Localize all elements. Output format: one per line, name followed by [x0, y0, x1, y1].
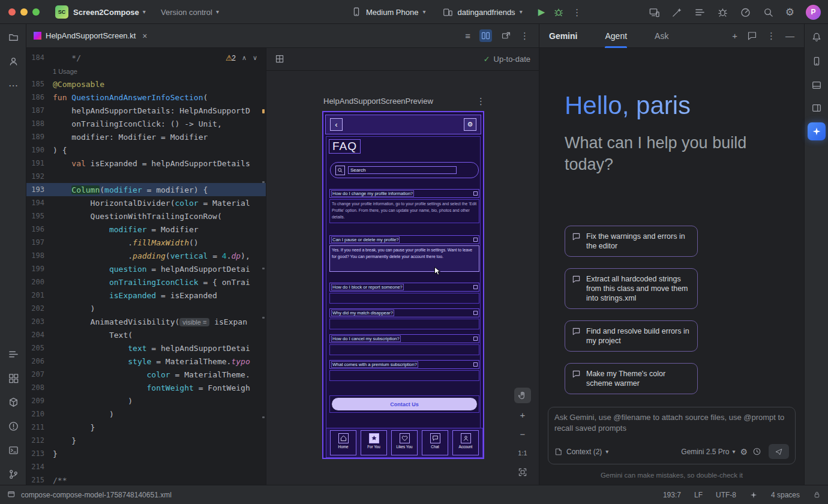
settings-icon[interactable]: ⚙ — [785, 7, 794, 17]
faq-question-row[interactable]: What comes with a premium subscription? — [329, 360, 479, 369]
tab-ask[interactable]: Ask — [655, 24, 668, 48]
layout-right-icon[interactable] — [811, 102, 823, 114]
code-line[interactable]: 195 QuestionWithTrailingIconRow( — [26, 209, 266, 223]
project-folder-icon[interactable] — [7, 31, 19, 43]
hide-panel-icon[interactable]: — — [785, 31, 794, 40]
search-bar[interactable]: Search — [330, 162, 479, 178]
version-control-icon[interactable] — [7, 468, 19, 480]
split-editor-icon[interactable] — [479, 29, 492, 42]
gemini-suggestion-card[interactable]: Extract all hardcoded strings from this … — [565, 268, 698, 309]
code-editor[interactable]: 184 */1 Usage185@Composable186fun Questi… — [26, 48, 266, 485]
editor-options-icon[interactable]: ⋮ — [520, 31, 529, 40]
gemini-suggestion-card[interactable]: Fix the warnings and errors in the edito… — [565, 226, 698, 257]
pan-tool-icon[interactable] — [514, 388, 531, 403]
code-line[interactable]: 212 } — [26, 434, 266, 447]
layout-bottom-icon[interactable] — [811, 79, 823, 91]
close-window-button[interactable] — [8, 8, 16, 16]
inspections-widget[interactable]: ⚠ 2 ∧ ∨ — [223, 52, 260, 64]
zoom-in-icon[interactable]: + — [514, 407, 531, 422]
warning-mark[interactable] — [262, 109, 265, 113]
caret-position[interactable]: 193:7 — [663, 491, 681, 499]
faq-expand-icon[interactable] — [473, 311, 478, 315]
zoom-out-icon[interactable]: − — [514, 426, 531, 442]
nav-item-chat[interactable]: Chat — [422, 430, 448, 455]
faq-expand-icon[interactable] — [473, 362, 478, 367]
gemini-suggestion-card[interactable]: Find and resolve build errors in my proj… — [565, 320, 698, 352]
code-line[interactable]: 196 modifier = Modifier — [26, 223, 266, 236]
code-line[interactable]: 201 isExpanded = isExpanded — [26, 289, 266, 302]
code-line[interactable]: 191 val isExpanded = helpAndSupportDetai… — [26, 157, 266, 170]
context-selector[interactable]: Context (2) ▾ — [554, 448, 608, 456]
faq-expand-icon[interactable] — [473, 285, 478, 289]
model-selector[interactable]: Gemini 2.5 Pro ▾ — [681, 448, 735, 456]
editor-scroll-marks[interactable] — [262, 48, 265, 485]
tab-agent[interactable]: Agent — [605, 24, 627, 48]
list-icon[interactable] — [694, 7, 706, 18]
gemini-tool-button[interactable] — [808, 122, 826, 140]
file-encoding[interactable]: UTF-8 — [716, 491, 736, 499]
code-line[interactable]: 194 HorizontalDivider(color = Material — [26, 196, 266, 209]
next-warning-icon[interactable]: ∨ — [253, 54, 257, 62]
code-line[interactable]: 207 color = MaterialTheme. — [26, 368, 266, 381]
debug-button[interactable] — [553, 7, 564, 17]
code-line[interactable]: 211 } — [26, 421, 266, 434]
logcat-icon[interactable] — [7, 348, 19, 360]
search-icon[interactable] — [763, 7, 774, 18]
faq-question-row[interactable]: How do I cancel my subscription? — [329, 334, 479, 343]
terminal-icon[interactable] — [7, 444, 19, 456]
faq-expand-icon[interactable] — [473, 238, 478, 242]
code-line[interactable]: 202 ) — [26, 302, 266, 315]
faq-question-row[interactable]: How do I block or report someone? — [329, 283, 479, 292]
code-line[interactable]: 197 .fillMaxWidth() — [26, 236, 266, 249]
more-tool-windows-icon[interactable]: ⋯ — [7, 79, 19, 91]
preview-name-label[interactable]: HelpAndSupportScreenPreview — [323, 97, 433, 106]
code-line[interactable]: 209 ) — [26, 394, 266, 407]
resource-manager-icon[interactable] — [7, 372, 19, 384]
code-line[interactable]: 200 onTrailingIconClick = { onTrai — [26, 275, 266, 289]
back-button[interactable]: ‹ — [330, 118, 343, 131]
more-actions-menu[interactable]: ⋮ — [572, 8, 581, 17]
insights-bug-icon[interactable] — [717, 7, 728, 18]
code-line[interactable]: 198 .padding(vertical = 4.dp), — [26, 249, 266, 262]
zoom-actual-size-button[interactable]: 1:1 — [514, 445, 531, 461]
project-selector[interactable]: Screen2Compose ▾ — [73, 0, 146, 24]
code-line[interactable]: 186fun QuestionAndAnswerInfoSection( — [26, 91, 266, 104]
problems-icon[interactable] — [7, 420, 19, 432]
history-icon[interactable] — [752, 447, 761, 456]
preview-phone-frame[interactable]: ‹ ⚙ FAQ Search How do I change my profil… — [322, 111, 484, 459]
usages-inlay-hint[interactable]: 1 Usage — [53, 68, 77, 75]
run-configuration-selector[interactable]: datingandfriends ▾ — [442, 7, 522, 17]
avatar[interactable]: P — [806, 5, 821, 20]
ai-actions-icon[interactable] — [671, 7, 683, 18]
minimize-window-button[interactable] — [20, 8, 28, 16]
code-inlay-row[interactable]: 1 Usage — [26, 64, 266, 77]
open-in-window-icon[interactable] — [501, 31, 511, 41]
run-button[interactable]: ▶ — [538, 7, 545, 17]
version-control-menu[interactable]: Version control ▾ — [161, 0, 219, 24]
commit-icon[interactable] — [7, 55, 19, 67]
faq-expand-icon[interactable] — [473, 191, 478, 196]
nav-item-home[interactable]: Home — [330, 430, 356, 455]
gemini-options-icon[interactable]: ⋮ — [767, 31, 776, 40]
send-button[interactable] — [769, 444, 789, 459]
nav-item-for-you[interactable]: For You — [361, 430, 387, 455]
nav-item-likes-you[interactable]: Likes You — [391, 430, 418, 455]
code-line[interactable]: 205 text = helpAndSupportDetai — [26, 341, 266, 355]
code-line[interactable]: 189 modifier: Modifier = Modifier — [26, 130, 266, 143]
running-devices-icon[interactable] — [811, 55, 823, 67]
zoom-to-fit-icon[interactable] — [514, 464, 531, 480]
lock-icon[interactable] — [813, 491, 821, 499]
maximize-window-button[interactable] — [32, 8, 40, 16]
code-line[interactable]: 203 AnimatedVisibility(visible = isExpan — [26, 315, 266, 328]
contact-us-button[interactable]: Contact Us — [332, 398, 477, 410]
faq-expand-icon[interactable] — [473, 337, 478, 341]
code-line[interactable]: 193 Column(modifier = modifier) { — [26, 183, 266, 196]
close-icon[interactable]: × — [142, 31, 147, 41]
tab-help-and-support-screen[interactable]: HelpAndSupportScreen.kt × — [26, 24, 155, 48]
code-line[interactable]: 210 ) — [26, 407, 266, 421]
preview-options-icon[interactable]: ⋮ — [476, 97, 485, 106]
notifications-bell-icon[interactable] — [811, 31, 823, 43]
gemini-suggestion-card[interactable]: Make my Theme's color scheme warmer — [565, 363, 698, 394]
code-line[interactable]: 204 Text( — [26, 328, 266, 341]
chat-list-icon[interactable] — [747, 31, 757, 41]
